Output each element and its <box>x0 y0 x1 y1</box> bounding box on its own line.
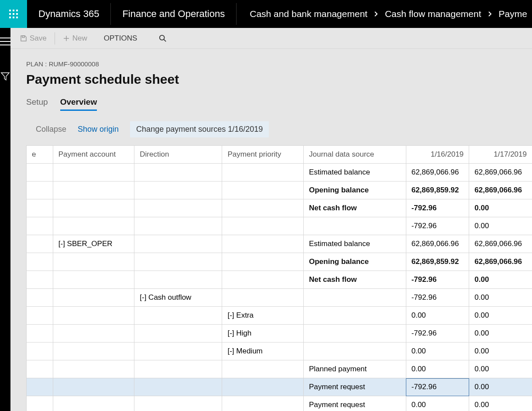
cell[interactable] <box>27 271 53 289</box>
app-launcher-button[interactable] <box>0 0 27 28</box>
table-row[interactable]: Planned payment0.000.00 <box>27 360 532 378</box>
cell[interactable]: 62,869,066.96 <box>469 182 532 199</box>
cell[interactable] <box>53 253 134 271</box>
save-button[interactable]: Save <box>17 28 50 48</box>
cell[interactable] <box>27 217 53 235</box>
cell[interactable] <box>222 199 304 217</box>
cell[interactable]: -792.96 <box>406 217 469 235</box>
cell[interactable] <box>27 235 53 253</box>
cell[interactable] <box>27 325 53 342</box>
cell[interactable]: 0.00 <box>469 378 532 396</box>
cell[interactable] <box>134 342 222 360</box>
cell[interactable]: 0.00 <box>469 325 532 342</box>
cell[interactable]: -792.96 <box>406 199 469 217</box>
cell[interactable] <box>303 342 406 360</box>
cell[interactable]: [-] Medium <box>222 342 304 360</box>
col-header-account[interactable]: Payment account <box>53 146 134 164</box>
cell[interactable]: 0.00 <box>469 289 532 307</box>
cell[interactable] <box>134 307 222 325</box>
cell[interactable] <box>27 164 53 182</box>
col-header-priority[interactable]: Payment priority <box>222 146 304 164</box>
cell[interactable]: 62,869,066.96 <box>469 164 532 182</box>
cell[interactable] <box>222 289 304 307</box>
cell[interactable]: -792.96 <box>406 378 469 396</box>
cell[interactable] <box>53 396 134 411</box>
hamburger-button[interactable] <box>0 38 10 47</box>
cell[interactable] <box>134 360 222 378</box>
cell[interactable]: 0.00 <box>469 342 532 360</box>
options-button[interactable]: OPTIONS <box>100 28 141 48</box>
cell[interactable]: 0.00 <box>406 396 469 411</box>
cell[interactable] <box>134 253 222 271</box>
cell[interactable]: Payment request <box>303 378 406 396</box>
cell[interactable]: 0.00 <box>469 199 532 217</box>
cell[interactable]: -792.96 <box>406 289 469 307</box>
cell[interactable] <box>53 325 134 342</box>
cell[interactable]: 0.00 <box>469 307 532 325</box>
col-header-date2[interactable]: 1/17/2019 <box>469 146 532 164</box>
cell[interactable] <box>222 360 304 378</box>
col-header-direction[interactable]: Direction <box>134 146 222 164</box>
cell[interactable] <box>53 378 134 396</box>
change-sources-button[interactable]: Change payment sources 1/16/2019 <box>130 121 269 137</box>
table-row[interactable]: Opening balance62,869,859.9262,869,066.9… <box>27 182 532 199</box>
cell[interactable] <box>222 217 304 235</box>
cell[interactable]: 0.00 <box>406 342 469 360</box>
cell[interactable] <box>27 378 53 396</box>
new-button[interactable]: New <box>59 28 91 48</box>
cell[interactable] <box>303 289 406 307</box>
cell[interactable] <box>303 307 406 325</box>
table-row[interactable]: [-] High-792.960.00 <box>27 325 532 342</box>
col-header-date1[interactable]: 1/16/2019 <box>406 146 469 164</box>
table-row[interactable]: Opening balance62,869,859.9262,869,066.9… <box>27 253 532 271</box>
cell[interactable] <box>134 271 222 289</box>
table-row[interactable]: Estimated balance62,869,066.9662,869,066… <box>27 164 532 182</box>
cell[interactable]: 0.00 <box>469 271 532 289</box>
cell[interactable] <box>222 271 304 289</box>
show-origin-button[interactable]: Show origin <box>78 125 119 134</box>
tab-setup[interactable]: Setup <box>26 97 48 111</box>
cell[interactable]: 0.00 <box>469 217 532 235</box>
cell[interactable]: [-] SBER_OPER <box>53 235 134 253</box>
breadcrumb-item[interactable]: Cash and bank management <box>250 9 367 19</box>
cell[interactable] <box>27 360 53 378</box>
cell[interactable] <box>222 164 304 182</box>
cell[interactable] <box>27 342 53 360</box>
cell[interactable] <box>53 271 134 289</box>
cell[interactable] <box>53 307 134 325</box>
cell[interactable] <box>222 378 304 396</box>
cell[interactable]: 0.00 <box>469 396 532 411</box>
cell[interactable] <box>53 182 134 199</box>
breadcrumb-item[interactable]: Cash flow management <box>385 9 481 19</box>
filter-button[interactable] <box>0 72 10 83</box>
table-row[interactable]: [-] Cash outflow-792.960.00 <box>27 289 532 307</box>
cell[interactable] <box>27 182 53 199</box>
product-label[interactable]: Finance and Operations <box>111 3 237 25</box>
cell[interactable]: -792.96 <box>406 325 469 342</box>
cell[interactable]: 0.00 <box>406 307 469 325</box>
table-row[interactable]: -792.960.00 <box>27 217 532 235</box>
cell[interactable]: Planned payment <box>303 360 406 378</box>
cell[interactable]: 62,869,066.96 <box>469 253 532 271</box>
cell[interactable]: 0.00 <box>406 360 469 378</box>
table-row[interactable]: [-] Extra0.000.00 <box>27 307 532 325</box>
cell[interactable] <box>303 325 406 342</box>
cell[interactable] <box>53 289 134 307</box>
cell[interactable] <box>303 217 406 235</box>
cell[interactable] <box>134 217 222 235</box>
table-row[interactable]: Net cash flow-792.960.00 <box>27 199 532 217</box>
table-row[interactable]: Net cash flow-792.960.00 <box>27 271 532 289</box>
cell[interactable] <box>222 396 304 411</box>
col-header-source[interactable]: Journal data source <box>303 146 406 164</box>
cell[interactable] <box>222 235 304 253</box>
cell[interactable]: Net cash flow <box>303 271 406 289</box>
cell[interactable] <box>222 253 304 271</box>
cell[interactable]: Opening balance <box>303 182 406 199</box>
cell[interactable] <box>53 164 134 182</box>
table-row[interactable]: Payment request0.000.00 <box>27 396 532 411</box>
cell[interactable]: 62,869,066.96 <box>406 164 469 182</box>
cell[interactable]: 62,869,859.92 <box>406 182 469 199</box>
cell[interactable]: Estimated balance <box>303 235 406 253</box>
cell[interactable] <box>134 378 222 396</box>
table-row[interactable]: [-] Medium0.000.00 <box>27 342 532 360</box>
